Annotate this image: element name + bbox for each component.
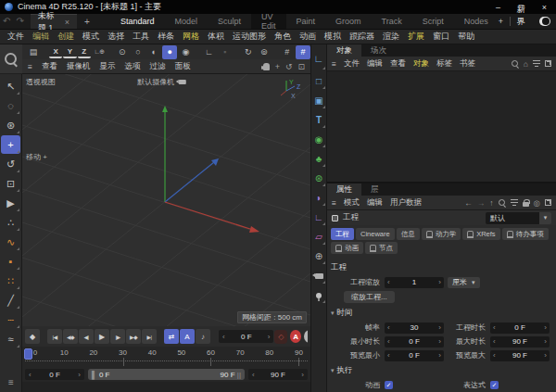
- loop-playback-button[interactable]: ⇄: [164, 329, 179, 344]
- spin-left-icon[interactable]: ‹: [252, 371, 255, 379]
- preset-dropdown[interactable]: 默认 ▾: [486, 212, 551, 224]
- camera-icon[interactable]: [311, 266, 326, 285]
- history-back-icon[interactable]: ←: [464, 198, 473, 208]
- am-menu-icon[interactable]: ≡: [332, 198, 336, 208]
- pan-hand-icon[interactable]: [263, 63, 270, 70]
- rotate-tool-icon[interactable]: ↺: [1, 155, 20, 173]
- goto-end-button[interactable]: ▶|: [142, 329, 157, 344]
- layout-tab-standard[interactable]: Standard: [110, 14, 165, 29]
- spline-primitive-icon[interactable]: □: [311, 71, 326, 91]
- playhead[interactable]: [24, 348, 32, 360]
- search-icon[interactable]: [499, 199, 506, 207]
- workplane-icon[interactable]: ∟: [311, 44, 326, 71]
- layout-tab-paint[interactable]: Paint: [286, 14, 326, 29]
- spline-points-icon[interactable]: ∷: [1, 272, 20, 290]
- spin-right-icon[interactable]: ›: [301, 371, 304, 379]
- execution-section-title[interactable]: ▾ 执行: [331, 365, 552, 376]
- menu-spline[interactable]: 样条: [158, 31, 174, 43]
- search-icon[interactable]: [512, 60, 519, 68]
- polygons-mode-icon[interactable]: ●: [162, 45, 177, 59]
- menu-file[interactable]: 文件: [7, 31, 24, 43]
- om-menu-edit[interactable]: 编辑: [367, 58, 383, 70]
- om-menu-objects[interactable]: 对象: [413, 58, 429, 70]
- cube-primitive-icon[interactable]: ▣: [311, 91, 326, 110]
- animation-checkbox[interactable]: ✓: [385, 381, 393, 389]
- brush-tool-icon[interactable]: ╱: [1, 291, 20, 310]
- object-axis-icon[interactable]: ◉: [178, 45, 193, 59]
- chevron-down-icon[interactable]: ▾: [472, 279, 475, 286]
- spin-right-icon[interactable]: ›: [438, 278, 441, 286]
- quantize-icon[interactable]: ⊚: [257, 45, 272, 59]
- model-mode-icon[interactable]: ⊙: [115, 45, 130, 59]
- spin-right-icon[interactable]: ›: [268, 333, 271, 341]
- project-duration-field[interactable]: ‹0 F›: [490, 322, 550, 334]
- spline-pen-icon[interactable]: ∿: [1, 233, 20, 251]
- menu-render[interactable]: 渲染: [383, 31, 399, 43]
- dolly-icon[interactable]: +: [275, 62, 280, 71]
- layout-tab-track[interactable]: Track: [372, 14, 412, 29]
- animation-tab-button[interactable]: 动画: [331, 242, 363, 254]
- menu-select[interactable]: 选择: [107, 31, 124, 43]
- points-mode-icon[interactable]: ○: [131, 45, 145, 59]
- popout-icon[interactable]: [545, 60, 551, 67]
- document-tab[interactable]: 未标题 1 ×: [31, 14, 77, 29]
- live-selection-icon[interactable]: ◌: [1, 96, 20, 115]
- grid-snap-on-icon[interactable]: #: [296, 45, 310, 59]
- menu-volume[interactable]: 体积: [208, 31, 224, 43]
- tweak-tool-icon[interactable]: ⊛: [1, 116, 20, 134]
- popout-icon[interactable]: [545, 199, 551, 206]
- sketch-pen-icon[interactable]: ▪: [1, 252, 20, 271]
- snap-settings-icon[interactable]: ↻: [241, 45, 256, 59]
- project-scale-field[interactable]: ‹ 1 ›: [385, 277, 444, 288]
- grid-snap-icon[interactable]: #: [280, 45, 295, 59]
- undo-icon[interactable]: ↶: [3, 17, 10, 26]
- viewport-menu-item[interactable]: 面板: [174, 61, 190, 72]
- track-target-icon[interactable]: ◎: [534, 198, 540, 208]
- dynamics-tab-button[interactable]: 动力学: [422, 228, 461, 240]
- tab-objects[interactable]: 对象: [327, 44, 361, 57]
- next-key-button[interactable]: ▶◆: [126, 329, 141, 344]
- viewport-menu-item[interactable]: 摄像机: [67, 61, 91, 72]
- lock-z-axis-icon[interactable]: Z: [78, 46, 91, 58]
- menu-simulate[interactable]: 模拟: [324, 31, 341, 43]
- filter-icon[interactable]: [511, 199, 518, 206]
- spline-dash-icon[interactable]: ┄: [1, 310, 20, 329]
- tab-attributes[interactable]: 属性: [327, 183, 361, 196]
- filter-icon[interactable]: [533, 60, 540, 67]
- range-grip-left[interactable]: ▌: [92, 371, 97, 379]
- menu-animate[interactable]: 动画: [299, 31, 316, 43]
- project-section-title[interactable]: 工程: [331, 262, 552, 273]
- range-end-field[interactable]: ‹ 90 F ›: [248, 369, 308, 380]
- tab-layers[interactable]: 层: [361, 183, 388, 196]
- spin-right-icon[interactable]: ›: [78, 371, 81, 379]
- redo-icon[interactable]: ↷: [16, 17, 23, 26]
- collapse-icon[interactable]: ▾: [331, 367, 335, 374]
- menu-help[interactable]: 帮助: [458, 31, 474, 43]
- document-close-icon[interactable]: ×: [65, 18, 70, 27]
- parent-up-icon[interactable]: ↑: [489, 198, 493, 208]
- am-menu-item[interactable]: 模式: [344, 197, 360, 209]
- time-section-title[interactable]: ▾ 时间: [331, 308, 552, 319]
- play-button[interactable]: ▶: [95, 329, 109, 344]
- preview-max-field[interactable]: ‹90 F›: [490, 350, 550, 361]
- om-menu-file[interactable]: 文件: [344, 58, 360, 70]
- clipped-record-button[interactable]: [304, 330, 308, 343]
- om-menu-view[interactable]: 查看: [390, 58, 406, 70]
- current-frame-field[interactable]: ‹ 0 F ›: [219, 330, 273, 343]
- collapse-icon[interactable]: ▾: [331, 310, 335, 317]
- fields-icon[interactable]: ⊛: [311, 169, 326, 188]
- tab-takes[interactable]: 场次: [361, 44, 396, 57]
- om-menu-icon[interactable]: ≡: [332, 59, 336, 69]
- nodes-tab-button[interactable]: 节点: [365, 242, 398, 254]
- snap-tools-icon[interactable]: ∴: [1, 213, 20, 232]
- light-icon[interactable]: [311, 285, 326, 305]
- scale-project-button[interactable]: 缩放工程...: [344, 291, 395, 303]
- lock-icon[interactable]: [523, 199, 529, 207]
- menu-character[interactable]: 角色: [274, 31, 291, 43]
- lock-x-axis-icon[interactable]: X: [49, 46, 62, 58]
- range-grip-right[interactable]: ||: [237, 371, 241, 379]
- viewport-menu-item[interactable]: 过滤: [149, 61, 165, 72]
- viewport-canvas[interactable]: 透视视图 默认摄像机 Y Z X 移动 + 网格间距 : 500 cm: [22, 74, 310, 326]
- freehand-spline-icon[interactable]: ≈: [1, 330, 20, 348]
- volume-icon[interactable]: ◗: [311, 188, 326, 208]
